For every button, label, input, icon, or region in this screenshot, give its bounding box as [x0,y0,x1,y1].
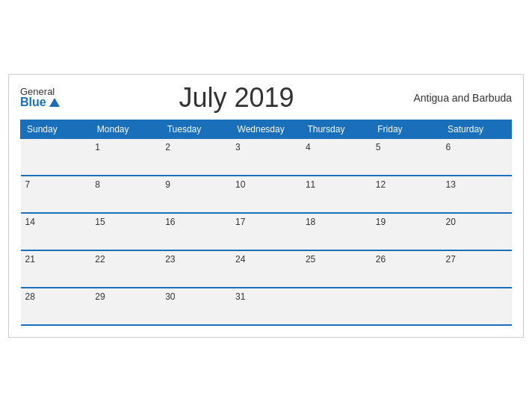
calendar-week-row: 78910111213 [21,176,512,213]
day-number: 15 [95,217,105,227]
calendar-day-cell: 7 [21,176,91,213]
day-number: 19 [376,217,386,227]
calendar-day-cell: 6 [442,138,512,176]
calendar-day-cell: 12 [371,176,442,213]
calendar-day-cell: 5 [371,138,442,176]
day-number: 3 [235,142,241,152]
calendar-day-cell: 11 [301,176,371,213]
calendar-week-row: 14151617181920 [21,213,512,250]
calendar-day-cell: 2 [161,138,231,176]
day-number: 23 [165,254,175,265]
calendar-day-cell: 30 [161,288,231,325]
calendar-day-cell: 13 [442,176,512,213]
logo-triangle-icon [49,98,60,107]
day-number: 29 [95,291,105,302]
day-number: 31 [235,291,245,302]
calendar-day-cell: 29 [90,288,161,325]
day-number: 16 [165,217,175,227]
weekday-header: Sunday [21,120,91,138]
calendar-day-cell: 10 [231,176,301,213]
calendar-day-cell: 27 [442,250,512,288]
calendar-header: General Blue July 2019 Antigua and Barbu… [20,82,512,114]
calendar-thead: SundayMondayTuesdayWednesdayThursdayFrid… [21,120,512,138]
calendar-table: SundayMondayTuesdayWednesdayThursdayFrid… [20,120,512,326]
weekday-header: Saturday [442,120,512,138]
day-number: 2 [165,142,170,152]
calendar-day-cell: 24 [231,250,301,288]
day-number: 5 [376,142,381,152]
weekday-header: Wednesday [231,120,301,138]
calendar-day-cell: 4 [301,138,371,176]
day-number: 22 [95,254,105,265]
calendar-week-row: 28293031 [21,288,512,325]
calendar-day-cell: 21 [21,250,91,288]
day-number: 9 [165,179,170,190]
day-number: 10 [235,179,245,190]
calendar-day-cell: 19 [371,213,442,250]
calendar-day-cell: 14 [21,213,91,250]
calendar-day-cell: 9 [161,176,231,213]
calendar: General Blue July 2019 Antigua and Barbu… [8,74,524,338]
weekday-header: Thursday [301,120,371,138]
calendar-day-cell: 1 [90,138,161,176]
day-number: 17 [235,217,245,227]
calendar-day-cell: 15 [90,213,161,250]
day-number: 18 [306,217,315,227]
calendar-day-cell: 20 [442,213,512,250]
day-number: 26 [376,254,386,265]
calendar-day-cell: 22 [90,250,161,288]
day-number: 6 [446,142,451,152]
logo-blue-container: Blue [20,96,60,108]
calendar-day-cell: 18 [301,213,371,250]
day-number: 27 [446,254,456,265]
calendar-day-cell [371,288,442,325]
day-number: 13 [446,179,456,190]
day-number: 1 [95,142,100,152]
weekday-header: Friday [371,120,442,138]
day-number: 25 [306,254,315,265]
day-number: 8 [95,179,100,190]
day-number: 14 [25,217,35,227]
calendar-day-cell [301,288,371,325]
calendar-day-cell: 31 [231,288,301,325]
day-number: 12 [376,179,386,190]
calendar-day-cell: 17 [231,213,301,250]
calendar-day-cell [442,288,512,325]
calendar-day-cell: 25 [301,250,371,288]
logo-blue-text: Blue [20,96,46,108]
calendar-day-cell [21,138,91,176]
calendar-day-cell: 26 [371,250,442,288]
day-number: 28 [25,291,35,302]
calendar-week-row: 123456 [21,138,512,176]
calendar-day-cell: 28 [21,288,91,325]
calendar-tbody: 1234567891011121314151617181920212223242… [21,138,512,325]
calendar-day-cell: 3 [231,138,301,176]
day-number: 7 [25,179,31,190]
country-label: Antigua and Barbuda [413,92,512,104]
day-number: 30 [165,291,175,302]
weekday-header: Monday [90,120,161,138]
day-number: 11 [306,179,315,190]
logo: General Blue [20,87,60,108]
month-title: July 2019 [60,82,414,114]
day-number: 20 [446,217,456,227]
calendar-day-cell: 23 [161,250,231,288]
weekday-header: Tuesday [161,120,231,138]
day-number: 24 [235,254,245,265]
calendar-day-cell: 16 [161,213,231,250]
calendar-day-cell: 8 [90,176,161,213]
day-number: 21 [25,254,35,265]
calendar-week-row: 21222324252627 [21,250,512,288]
day-number: 4 [306,142,311,152]
weekday-header-row: SundayMondayTuesdayWednesdayThursdayFrid… [21,120,512,138]
